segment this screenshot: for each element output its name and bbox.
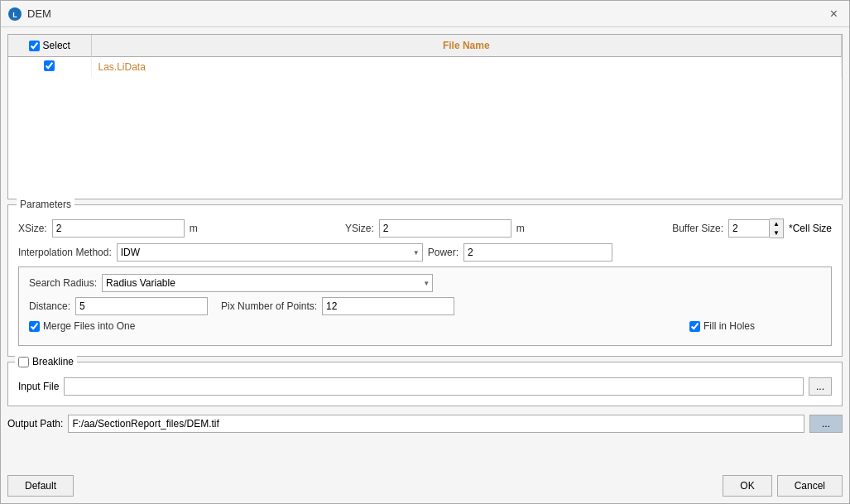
breakline-label: Breakline	[32, 356, 74, 367]
search-radius-select-wrapper: Radius Variable Radius Fixed	[102, 274, 433, 292]
ysize-label: YSize:	[345, 223, 374, 234]
interp-select[interactable]: IDW Kriging Natural Neighbor TIN	[117, 243, 423, 262]
merge-files-checkbox-label[interactable]: Merge Files into One	[29, 320, 135, 332]
power-label: Power:	[428, 247, 459, 258]
row-filename: Las.LiData	[91, 57, 842, 78]
input-file-browse-btn[interactable]: ...	[809, 377, 832, 396]
power-input[interactable]	[463, 243, 612, 262]
input-file-input[interactable]	[64, 377, 804, 396]
output-path-input[interactable]	[68, 415, 804, 433]
buffer-size-spinner: ▲ ▼	[728, 218, 784, 238]
table-row: Las.LiData	[8, 57, 842, 78]
xsize-unit: m	[190, 223, 198, 234]
row-checkbox[interactable]	[44, 60, 55, 71]
interp-label: Interpolation Method:	[18, 247, 112, 258]
ysize-input[interactable]	[379, 219, 511, 238]
title-left: L DEM	[7, 7, 51, 22]
close-button[interactable]: ×	[825, 5, 843, 23]
spinner-down[interactable]: ▼	[770, 228, 783, 238]
bottom-right-buttons: OK Cancel	[723, 475, 843, 497]
row-checkbox-cell	[8, 57, 91, 78]
breakline-group: Breakline Input File ...	[7, 362, 843, 406]
spinner-up[interactable]: ▲	[770, 219, 783, 228]
window-title: DEM	[27, 7, 51, 20]
xsize-input[interactable]	[52, 219, 185, 238]
output-browse-btn[interactable]: ...	[809, 415, 843, 433]
search-radius-label: Search Radius:	[29, 277, 97, 289]
ok-button[interactable]: OK	[723, 475, 771, 497]
main-content: Select File Name Las.LiData Parameters X…	[1, 27, 849, 472]
output-path-label: Output Path:	[7, 418, 63, 430]
col-filename-header: File Name	[91, 35, 842, 57]
file-table-body: Las.LiData	[8, 57, 842, 78]
default-button[interactable]: Default	[7, 475, 74, 497]
distance-label: Distance:	[29, 300, 70, 312]
size-row: XSize: m YSize: m Buffer Size: ▲ ▼ *Cell…	[18, 218, 832, 238]
file-table-container: Select File Name Las.LiData	[7, 34, 843, 199]
fill-holes-checkbox-label[interactable]: Fill in Holes	[689, 320, 755, 332]
bottom-bar: Default OK Cancel	[1, 472, 849, 503]
col-select-header: Select	[8, 35, 91, 57]
parameters-label: Parameters	[17, 199, 74, 210]
search-radius-select[interactable]: Radius Variable Radius Fixed	[102, 274, 433, 292]
pix-points-input[interactable]	[322, 297, 454, 315]
spinner-buttons: ▲ ▼	[770, 218, 784, 238]
file-table: Select File Name Las.LiData	[8, 35, 842, 77]
merge-files-label: Merge Files into One	[43, 320, 135, 332]
select-all-checkbox[interactable]	[29, 41, 40, 51]
input-file-row: Input File ...	[18, 377, 832, 396]
pix-points-label: Pix Number of Points:	[221, 300, 317, 312]
fill-holes-checkbox[interactable]	[689, 321, 700, 332]
col-select-label: Select	[43, 40, 70, 51]
output-path-row: Output Path: ...	[7, 411, 843, 436]
search-radius-group: Search Radius: Radius Variable Radius Fi…	[18, 266, 832, 346]
buffer-size-input[interactable]	[728, 219, 770, 238]
svg-text:L: L	[12, 11, 17, 19]
interp-row: Interpolation Method: IDW Kriging Natura…	[18, 243, 832, 262]
breakline-checkbox[interactable]	[18, 357, 29, 367]
interp-select-wrapper: IDW Kriging Natural Neighbor TIN	[117, 243, 423, 262]
distance-input[interactable]	[75, 297, 208, 315]
fill-holes-label: Fill in Holes	[704, 320, 755, 332]
cancel-button[interactable]: Cancel	[777, 475, 843, 497]
distance-row: Distance: Pix Number of Points:	[29, 297, 821, 315]
app-icon: L	[7, 7, 22, 22]
buffer-size-suffix: *Cell Size	[789, 223, 832, 234]
ysize-unit: m	[516, 223, 525, 234]
xsize-label: XSize:	[18, 223, 47, 234]
title-bar: L DEM ×	[1, 1, 849, 27]
checkbox-row: Merge Files into One Fill in Holes	[29, 320, 821, 332]
input-file-label: Input File	[18, 381, 59, 392]
breakline-header: Breakline	[15, 356, 77, 367]
buffer-size-label: Buffer Size:	[672, 223, 723, 234]
merge-files-checkbox[interactable]	[29, 321, 40, 332]
parameters-group: Parameters XSize: m YSize: m Buffer Size…	[7, 204, 843, 357]
search-radius-row: Search Radius: Radius Variable Radius Fi…	[29, 274, 821, 292]
dem-window: L DEM × Select File Name	[0, 0, 850, 504]
